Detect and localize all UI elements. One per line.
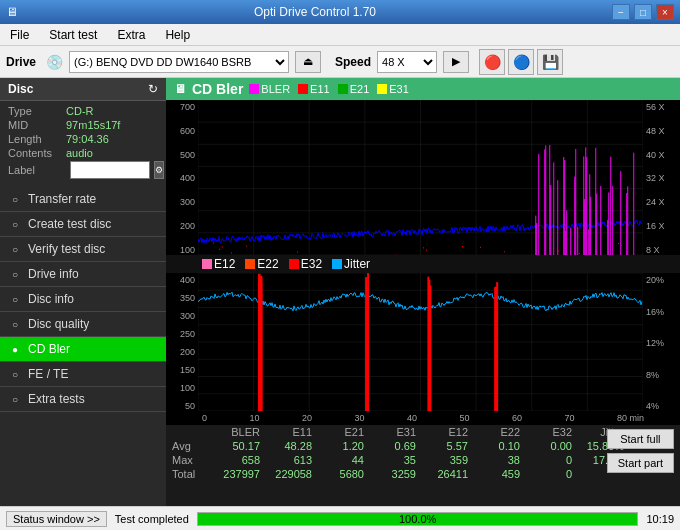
label-settings-button[interactable]: ⚙ — [154, 161, 164, 179]
label-label: Label — [8, 164, 66, 176]
stats-rows: Avg50.1748.281.200.695.570.100.0015.86%M… — [166, 439, 680, 481]
disc-quality-icon: ○ — [8, 317, 22, 331]
stat-avg-6: 0.00 — [524, 440, 576, 452]
menu-extra[interactable]: Extra — [111, 26, 151, 44]
disc-refresh-icon[interactable]: ↻ — [148, 82, 158, 96]
sidebar-item-label-verify-test-disc: Verify test disc — [28, 242, 105, 256]
toolbar-icon-1[interactable]: 🔴 — [479, 49, 505, 75]
stat-avg-1: 48.28 — [264, 440, 316, 452]
sidebar-item-label-create-test-disc: Create test disc — [28, 217, 111, 231]
sidebar-item-transfer-rate[interactable]: ○Transfer rate — [0, 187, 166, 212]
legend-item-e21: E21 — [338, 83, 370, 95]
sidebar-item-label-disc-quality: Disc quality — [28, 317, 89, 331]
bot-chart-canvas — [198, 273, 643, 411]
mid-label: MID — [8, 119, 66, 131]
top-chart-canvas — [198, 100, 643, 255]
drive-select[interactable]: (G:) BENQ DVD DD DW1640 BSRB — [69, 51, 289, 73]
bot-chart-y-left: 40035030025020015010050 — [166, 273, 198, 411]
speed-select[interactable]: 48 X — [377, 51, 437, 73]
stat-avg-0: 50.17 — [212, 440, 264, 452]
contents-label: Contents — [8, 147, 66, 159]
sidebar-item-verify-test-disc[interactable]: ○Verify test disc — [0, 237, 166, 262]
stat-max-6: 0 — [524, 454, 576, 466]
stat-max-4: 359 — [420, 454, 472, 466]
verify-test-disc-icon: ○ — [8, 242, 22, 256]
legend2-item-e32: E32 — [289, 257, 322, 271]
stat-max-5: 38 — [472, 454, 524, 466]
stats-section: BLER E11 E21 E31 E12 E22 E32 Jitter Avg5… — [166, 425, 680, 481]
maximize-button[interactable]: □ — [634, 4, 652, 20]
menu-start-test[interactable]: Start test — [43, 26, 103, 44]
sidebar-item-label-extra-tests: Extra tests — [28, 392, 85, 406]
disc-header: Disc ↻ — [0, 78, 166, 101]
legend-item-e11: E11 — [298, 83, 330, 95]
title-bar: 🖥 Opti Drive Control 1.70 − □ × — [0, 0, 680, 24]
stat-avg-3: 0.69 — [368, 440, 420, 452]
stat-max-2: 44 — [316, 454, 368, 466]
start-part-button[interactable]: Start part — [607, 453, 674, 473]
speed-confirm-button[interactable]: ▶ — [443, 51, 469, 73]
sidebar-item-label-disc-info: Disc info — [28, 292, 74, 306]
stat-total-6: 0 — [524, 468, 576, 480]
sidebar-item-extra-tests[interactable]: ○Extra tests — [0, 387, 166, 412]
create-test-disc-icon: ○ — [8, 217, 22, 231]
extra-tests-icon: ○ — [8, 392, 22, 406]
status-window-button[interactable]: Status window >> — [6, 511, 107, 527]
stat-total-0: 237997 — [212, 468, 264, 480]
disc-header-label: Disc — [8, 82, 33, 96]
chart-legend-bottom: E12E22E32Jitter — [166, 255, 680, 273]
type-label: Type — [8, 105, 66, 117]
app-icon: 🖥 — [6, 5, 18, 19]
chart-disc-icon: 🖥 — [174, 82, 186, 96]
chart-header: 🖥 CD Bler BLERE11E21E31 — [166, 78, 680, 100]
mid-value: 97m15s17f — [66, 119, 120, 131]
progress-bar: 100.0% — [197, 512, 639, 526]
stats-row-total: Total23799722905856803259264114590 — [166, 467, 680, 481]
stat-avg-2: 1.20 — [316, 440, 368, 452]
status-bar: Status window >> Test completed 100.0% 1… — [0, 506, 680, 530]
sidebar-item-disc-quality[interactable]: ○Disc quality — [0, 312, 166, 337]
stat-total-1: 229058 — [264, 468, 316, 480]
disc-info-icon: ○ — [8, 292, 22, 306]
sidebar-item-drive-info[interactable]: ○Drive info — [0, 262, 166, 287]
toolbar-icon-2[interactable]: 🔵 — [508, 49, 534, 75]
close-button[interactable]: × — [656, 4, 674, 20]
chart-legend-top: BLERE11E21E31 — [249, 83, 408, 95]
type-value: CD-R — [66, 105, 94, 117]
top-chart-y-right: 56 X48 X40 X32 X24 X16 X8 X — [643, 100, 677, 255]
legend2-item-jitter: Jitter — [332, 257, 370, 271]
sidebar-item-label-cd-bler: CD Bler — [28, 342, 70, 356]
sidebar-item-disc-info[interactable]: ○Disc info — [0, 287, 166, 312]
menu-help[interactable]: Help — [159, 26, 196, 44]
length-value: 79:04.36 — [66, 133, 109, 145]
stats-buttons-container: Start full Start part — [607, 429, 674, 473]
x-axis-labels: 01020304050607080 min — [166, 411, 680, 425]
stats-row-avg: Avg50.1748.281.200.695.570.100.0015.86% — [166, 439, 680, 453]
sidebar-item-create-test-disc[interactable]: ○Create test disc — [0, 212, 166, 237]
toolbar-save-button[interactable]: 💾 — [537, 49, 563, 75]
top-chart-y-left: 700600500400300200100 — [166, 100, 198, 255]
disc-info-table: Type CD-R MID 97m15s17f Length 79:04.36 … — [0, 101, 166, 187]
label-input[interactable] — [70, 161, 150, 179]
drive-info-icon: ○ — [8, 267, 22, 281]
start-full-button[interactable]: Start full — [607, 429, 674, 449]
stat-max-0: 658 — [212, 454, 264, 466]
sidebar-item-fe-te[interactable]: ○FE / TE — [0, 362, 166, 387]
fe-te-icon: ○ — [8, 367, 22, 381]
drive-eject-button[interactable]: ⏏ — [295, 51, 321, 73]
bot-chart-y-right: 20%16%12%8%4% — [643, 273, 677, 411]
stat-max-3: 35 — [368, 454, 420, 466]
sidebar: Disc ↻ Type CD-R MID 97m15s17f Length 79… — [0, 78, 166, 506]
title-bar-title: Opti Drive Control 1.70 — [254, 5, 376, 19]
sidebar-item-label-fe-te: FE / TE — [28, 367, 68, 381]
stat-max-1: 613 — [264, 454, 316, 466]
menu-file[interactable]: File — [4, 26, 35, 44]
drive-bar: Drive 💿 (G:) BENQ DVD DD DW1640 BSRB ⏏ S… — [0, 46, 680, 78]
chart-title: CD Bler — [192, 81, 243, 97]
minimize-button[interactable]: − — [612, 4, 630, 20]
contents-value: audio — [66, 147, 93, 159]
speed-label: Speed — [335, 55, 371, 69]
stat-total-3: 3259 — [368, 468, 420, 480]
menu-bar: File Start test Extra Help — [0, 24, 680, 46]
sidebar-item-cd-bler[interactable]: ●CD Bler — [0, 337, 166, 362]
